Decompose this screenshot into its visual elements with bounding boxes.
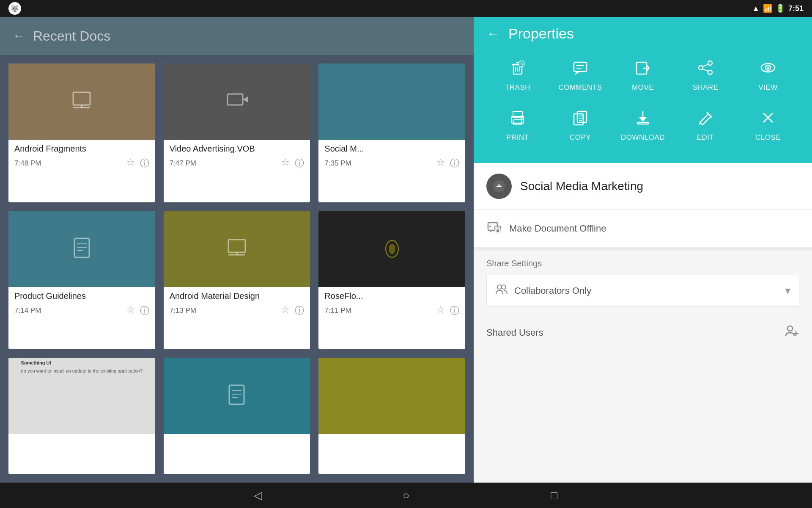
- app-icon: 🐺: [8, 2, 21, 15]
- share-label: SHARE: [692, 83, 718, 92]
- recents-nav-button[interactable]: □: [543, 485, 565, 506]
- info-icon[interactable]: ⓘ: [295, 157, 304, 170]
- star-icon[interactable]: ☆: [281, 157, 290, 170]
- doc-card-product-guidelines[interactable]: Product Guidelines 7:14 PM ☆ ⓘ: [8, 211, 155, 350]
- doc-thumbnail: [164, 358, 310, 434]
- svg-marker-53: [639, 117, 647, 121]
- shared-users-section: Shared Users: [474, 315, 812, 350]
- doc-meta: 7:11 PM ☆ ⓘ: [324, 304, 459, 317]
- doc-info: Video Advertising.VOB 7:47 PM ☆ ⓘ: [164, 140, 310, 174]
- doc-card-android-material[interactable]: Android Material Design 7:13 PM ☆ ⓘ: [164, 211, 310, 350]
- svg-point-37: [699, 66, 703, 70]
- battery-icon: 🔋: [776, 4, 785, 13]
- doc-info: Product Guidelines 7:14 PM ☆ ⓘ: [8, 287, 155, 321]
- info-icon[interactable]: ⓘ: [140, 304, 149, 317]
- back-nav-button[interactable]: ◁: [247, 485, 269, 506]
- top-bar: ← Recent Docs: [0, 17, 474, 55]
- properties-panel: ← Properties: [474, 17, 812, 483]
- doc-info: Android Fragments 7:48 PM ☆ ⓘ: [8, 140, 155, 174]
- doc-meta-icons: ☆ ⓘ: [281, 157, 304, 170]
- status-bar-left: 🐺: [8, 2, 21, 15]
- svg-rect-14: [229, 385, 244, 404]
- offline-section[interactable]: Make Document Offline: [474, 210, 812, 250]
- doc-card-video-advertising[interactable]: Video Advertising.VOB 7:47 PM ☆ ⓘ: [164, 64, 310, 202]
- star-icon[interactable]: ☆: [436, 304, 445, 317]
- share-icon: [697, 59, 714, 79]
- download-button[interactable]: DOWNLOAD: [612, 105, 674, 146]
- document-grid: Android Fragments 7:48 PM ☆ ⓘ Video Adv: [0, 55, 474, 483]
- svg-rect-3: [228, 94, 243, 105]
- trash-button[interactable]: TRASH: [486, 55, 549, 96]
- comments-icon: [571, 59, 589, 79]
- props-back-button[interactable]: ←: [486, 26, 500, 41]
- svg-rect-0: [73, 92, 90, 105]
- doc-info: Social M... 7:35 PM ☆ ⓘ: [318, 140, 465, 174]
- status-bar-right: ▲ 📶 🔋 7:51: [752, 4, 804, 13]
- close-icon: [759, 109, 777, 129]
- svg-rect-27: [574, 62, 587, 72]
- doc-card-teal2[interactable]: [164, 358, 310, 474]
- doc-meta: 7:47 PM ☆ ⓘ: [170, 157, 304, 170]
- doc-name: Android Fragments: [14, 144, 149, 154]
- doc-card-yellow[interactable]: [318, 358, 465, 474]
- move-button[interactable]: MOVE: [612, 55, 674, 96]
- star-icon[interactable]: ☆: [126, 157, 135, 170]
- home-nav-button[interactable]: ○: [395, 485, 417, 506]
- doc-card-social-media[interactable]: Social M... 7:35 PM ☆ ⓘ: [318, 64, 465, 202]
- doc-name: Android Material Design: [170, 291, 304, 301]
- edit-button[interactable]: EDIT: [674, 105, 737, 146]
- svg-point-65: [489, 226, 491, 227]
- share-button[interactable]: SHARE: [674, 55, 737, 96]
- add-user-button[interactable]: [784, 323, 799, 342]
- view-icon: [759, 59, 777, 79]
- action-row-2: PRINT COPY: [486, 105, 799, 146]
- info-icon[interactable]: ⓘ: [450, 304, 459, 317]
- star-icon[interactable]: ☆: [436, 157, 445, 170]
- print-button[interactable]: PRINT: [486, 105, 549, 146]
- home-nav-icon: ○: [403, 489, 409, 502]
- close-label: CLOSE: [755, 133, 781, 142]
- doc-card-screenshot[interactable]: Something UI do you want to install an u…: [8, 358, 155, 474]
- doc-name: RoseFlo...: [324, 291, 459, 301]
- star-icon[interactable]: ☆: [281, 304, 290, 317]
- doc-meta: 7:48 PM ☆ ⓘ: [14, 157, 149, 170]
- doc-title-section: Social Media Marketing: [474, 163, 812, 210]
- doc-name: Product Guidelines: [14, 291, 149, 301]
- doc-info: Android Material Design 7:13 PM ☆ ⓘ: [164, 287, 310, 321]
- back-nav-icon: ◁: [254, 489, 262, 502]
- info-icon[interactable]: ⓘ: [295, 304, 304, 317]
- svg-point-71: [787, 326, 793, 331]
- doc-name: Social M...: [324, 144, 459, 154]
- print-label: PRINT: [506, 133, 529, 142]
- share-dropdown-left: Collaborators Only: [495, 283, 591, 298]
- doc-thumbnail: [8, 211, 155, 287]
- comments-button[interactable]: COMMENTS: [549, 55, 612, 96]
- copy-button[interactable]: COPY: [549, 105, 612, 146]
- props-panel-title: Properties: [508, 25, 574, 42]
- info-icon[interactable]: ⓘ: [140, 157, 149, 170]
- info-icon[interactable]: ⓘ: [450, 157, 459, 170]
- svg-rect-47: [574, 114, 583, 125]
- offline-label: Make Document Offline: [509, 223, 606, 234]
- svg-point-36: [708, 70, 712, 75]
- view-button[interactable]: VIEW: [737, 55, 799, 96]
- star-icon[interactable]: ☆: [126, 304, 135, 317]
- download-label: DOWNLOAD: [621, 133, 665, 142]
- props-content: Social Media Marketing Make Document Off…: [474, 163, 812, 483]
- doc-name: Video Advertising.VOB: [170, 144, 304, 154]
- back-arrow-button[interactable]: ←: [13, 29, 25, 43]
- close-button[interactable]: CLOSE: [737, 105, 799, 146]
- doc-info: [164, 434, 310, 446]
- doc-meta: 7:14 PM ☆ ⓘ: [14, 304, 149, 317]
- shared-users-title: Shared Users: [486, 327, 543, 338]
- doc-card-android-fragments[interactable]: Android Fragments 7:48 PM ☆ ⓘ: [8, 64, 155, 202]
- doc-time: 7:14 PM: [14, 306, 41, 315]
- doc-panel-title: Social Media Marketing: [520, 179, 643, 193]
- chevron-down-icon: ▾: [785, 284, 790, 297]
- status-bar: 🐺 ▲ 📶 🔋 7:51: [0, 0, 812, 17]
- doc-card-roseflow[interactable]: RoseFlo... 7:11 PM ☆ ⓘ: [318, 211, 465, 350]
- doc-meta-icons: ☆ ⓘ: [126, 304, 149, 317]
- svg-point-69: [497, 285, 502, 289]
- share-dropdown[interactable]: Collaborators Only ▾: [486, 275, 799, 306]
- svg-rect-5: [74, 238, 89, 257]
